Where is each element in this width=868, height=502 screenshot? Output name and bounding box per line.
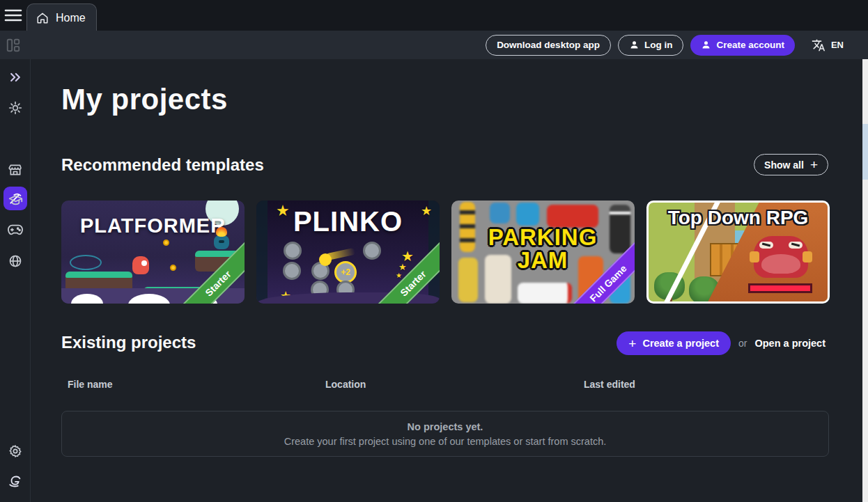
main-content: My projects Recommended templates Show a… bbox=[31, 59, 862, 502]
gamepad-icon bbox=[8, 223, 23, 236]
sidebar-item-play[interactable] bbox=[0, 223, 31, 236]
health-bar-decoration bbox=[748, 283, 812, 293]
login-button[interactable]: Log in bbox=[618, 35, 684, 56]
home-icon bbox=[36, 12, 49, 24]
language-selector[interactable]: EN bbox=[812, 38, 844, 52]
sidebar-item-shop[interactable] bbox=[0, 163, 31, 177]
tab-bar: Home bbox=[0, 0, 868, 31]
column-header-file-name: File name bbox=[68, 379, 113, 390]
template-card-parking-jam[interactable]: PARKING JAM Full Game bbox=[451, 201, 635, 304]
recommended-templates-heading: Recommended templates bbox=[61, 155, 264, 175]
flame-enemy-decoration bbox=[214, 235, 229, 249]
person-icon bbox=[629, 40, 640, 50]
peg-decoration bbox=[363, 242, 381, 260]
template-title: Top Down RPG bbox=[649, 207, 828, 229]
player-character-decoration bbox=[132, 256, 149, 274]
ball-decoration bbox=[319, 253, 332, 266]
show-all-label: Show all bbox=[764, 159, 804, 171]
column-header-last-edited: Last edited bbox=[584, 379, 635, 390]
plus-icon: + bbox=[628, 337, 636, 350]
create-account-label: Create account bbox=[716, 40, 784, 50]
peg-label: +2 bbox=[341, 267, 350, 277]
star-icon: ★ bbox=[398, 262, 407, 272]
sidebar-item-get-started[interactable] bbox=[0, 101, 31, 115]
empty-state-line2: Create your first project using one of o… bbox=[284, 436, 607, 447]
or-label: or bbox=[738, 338, 747, 349]
peg-decoration bbox=[283, 262, 301, 280]
hamburger-menu-icon[interactable] bbox=[4, 8, 22, 23]
star-icon: ★ bbox=[396, 272, 402, 279]
create-account-button[interactable]: Create account bbox=[690, 35, 795, 56]
sidebar-item-learn[interactable] bbox=[0, 193, 31, 207]
template-cards: PLATFORMER Starter PLINKO +2 bbox=[61, 201, 830, 304]
toolbar: Download desktop app Log in Create accou… bbox=[0, 31, 868, 59]
sidebar-item-expand[interactable] bbox=[0, 70, 31, 84]
empty-projects-placeholder: No projects yet. Create your first proje… bbox=[61, 411, 829, 457]
gdevelop-logo-icon bbox=[8, 474, 23, 489]
double-chevron-right-icon bbox=[8, 70, 23, 84]
language-label: EN bbox=[831, 40, 844, 50]
sun-icon bbox=[8, 101, 22, 115]
create-project-label: Create a project bbox=[642, 338, 719, 349]
existing-projects-heading: Existing projects bbox=[61, 333, 196, 352]
star-icon: ★ bbox=[276, 202, 290, 220]
vertical-scrollbar[interactable] bbox=[862, 59, 868, 502]
download-desktop-app-button[interactable]: Download desktop app bbox=[486, 35, 611, 56]
coin-decoration bbox=[163, 240, 169, 246]
template-card-top-down-rpg[interactable]: Top Down RPG bbox=[646, 201, 830, 304]
person-icon bbox=[701, 40, 711, 50]
tab-home-label: Home bbox=[56, 12, 86, 24]
gear-icon bbox=[8, 444, 22, 458]
star-icon: ★ bbox=[421, 203, 432, 219]
globe-icon bbox=[8, 254, 22, 268]
frog-boss-decoration bbox=[754, 236, 808, 278]
sidebar-item-preferences[interactable] bbox=[0, 444, 31, 458]
page-title: My projects bbox=[61, 83, 228, 116]
empty-state-line1: No projects yet. bbox=[408, 421, 483, 432]
sidebar-item-community[interactable] bbox=[0, 254, 31, 268]
create-project-button[interactable]: + Create a project bbox=[617, 331, 731, 355]
download-desktop-app-label: Download desktop app bbox=[497, 40, 600, 50]
graduation-cap-icon bbox=[8, 193, 23, 207]
coin-decoration bbox=[170, 265, 176, 271]
open-project-link[interactable]: Open a project bbox=[754, 338, 826, 349]
layout-panels-icon[interactable] bbox=[6, 38, 21, 53]
sidebar bbox=[0, 59, 31, 502]
show-all-button[interactable]: Show all + bbox=[754, 154, 828, 175]
peg-decoration bbox=[284, 242, 302, 260]
storefront-icon bbox=[8, 163, 22, 177]
login-label: Log in bbox=[644, 40, 673, 50]
template-title: PARKING JAM bbox=[483, 226, 602, 272]
scrollbar-thumb[interactable] bbox=[862, 124, 868, 180]
translate-icon bbox=[812, 38, 826, 52]
column-header-location: Location bbox=[325, 379, 366, 390]
eye-decoration bbox=[70, 255, 102, 270]
template-card-platformer[interactable]: PLATFORMER Starter bbox=[61, 201, 245, 304]
tab-home[interactable]: Home bbox=[26, 3, 97, 31]
plus-icon: + bbox=[810, 158, 818, 171]
template-card-plinko[interactable]: PLINKO +2 ★ ★ ★ ★ ★ ★ Starter bbox=[256, 201, 440, 304]
sidebar-item-about[interactable] bbox=[0, 474, 31, 489]
